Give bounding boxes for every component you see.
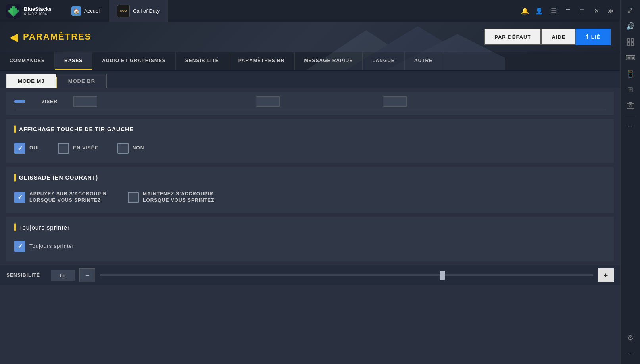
- bluestacks-icon: [6, 4, 21, 18]
- settings-header: ◀ PARAMÈTRES PAR DÉFAUT AIDE f LIÉ: [0, 22, 620, 52]
- sensibilite-minus[interactable]: −: [79, 268, 95, 282]
- settings-label: PARAMÈTRES: [23, 32, 91, 42]
- expand-sidebar-icon[interactable]: ⤢: [623, 3, 638, 17]
- affichage-options: OUI EN VISÉE NON: [14, 140, 606, 157]
- viser-box2: [256, 96, 280, 107]
- sprint-toujours-label: Toujours sprinter: [29, 243, 74, 250]
- tab-messagerapide[interactable]: MESSAGE RAPIDE: [295, 52, 363, 70]
- sidebar-divider: [625, 116, 636, 116]
- glissade-maintenez-checkbox[interactable]: [128, 192, 139, 203]
- collapse-button[interactable]: ≫: [604, 5, 617, 17]
- settings-icon[interactable]: ⚙: [623, 331, 638, 345]
- affichage-label: AFFICHAGE TOUCHE DE TIR GAUCHE: [19, 126, 134, 132]
- bluestacks-version: 4.140.2.1004: [24, 12, 52, 16]
- tab-parametresbr[interactable]: PARAMÈTRES BR: [229, 52, 295, 70]
- title-bar-right: 🔔 👤 ☰ − □ ✕ ≫: [519, 5, 620, 17]
- minimize-button[interactable]: −: [561, 5, 574, 17]
- title-bar-left: BlueStacks 4.140.2.1004 🏠 Accueil COD Ca…: [0, 0, 519, 22]
- sensibilite-track[interactable]: [100, 274, 593, 276]
- sensibilite-row: SENSIBILITÉ 65 − +: [0, 265, 620, 285]
- tab-langue[interactable]: LANGUE: [363, 52, 405, 70]
- viser-row: VISER: [14, 95, 606, 110]
- facebook-icon: f: [586, 33, 588, 40]
- viser-pill: [14, 100, 25, 103]
- notification-button[interactable]: 🔔: [519, 5, 531, 17]
- glissade-maintenez-item[interactable]: MAINTENEZ S'ACCROUPIR LORSQUE VOUS SPRIN…: [128, 191, 222, 203]
- tab-accueil[interactable]: 🏠 Accueil: [63, 0, 109, 22]
- tab-commandes[interactable]: COMMANDES: [0, 52, 55, 70]
- affichage-envise-item[interactable]: EN VISÉE: [58, 143, 98, 154]
- svg-rect-11: [631, 43, 634, 45]
- svg-rect-8: [627, 39, 630, 41]
- account-button[interactable]: 👤: [533, 5, 546, 17]
- app-content: ◀ PARAMÈTRES PAR DÉFAUT AIDE f LIÉ COMMA…: [0, 22, 620, 364]
- affichage-oui-item[interactable]: OUI: [14, 143, 39, 154]
- section-glissade: GLISSADE (EN COURANT) APPUYEZ SUR S'ACCR…: [6, 167, 614, 213]
- svg-rect-14: [629, 102, 632, 103]
- viser-box3: [383, 96, 407, 107]
- sensibilite-label: SENSIBILITÉ: [6, 272, 46, 278]
- callofduty-icon: COD: [117, 5, 130, 17]
- facebook-label: LIÉ: [591, 34, 600, 40]
- affichage-non-item[interactable]: NON: [117, 143, 144, 154]
- affichage-non-checkbox[interactable]: [117, 143, 129, 154]
- menu-button[interactable]: ☰: [547, 5, 560, 17]
- settings-content[interactable]: VISER AFFICHAGE TOUCHE DE TIR GAUCHE: [0, 88, 620, 364]
- viser-label: VISER: [41, 99, 58, 104]
- bluestacks-text: BlueStacks 4.140.2.1004: [24, 6, 52, 16]
- glissade-label: GLISSADE (EN COURANT): [19, 174, 98, 181]
- glissade-maintenez-label: MAINTENEZ S'ACCROUPIR LORSQUE VOUS SPRIN…: [143, 191, 222, 203]
- keyboard-icon[interactable]: ⌨: [623, 51, 638, 65]
- fullscreen-icon[interactable]: [623, 35, 638, 49]
- glissade-appuyez-item[interactable]: APPUYEZ SUR S'ACCROUPIR LORSQUE VOUS SPR…: [14, 191, 109, 203]
- sprint-toujours-item[interactable]: Toujours sprinter: [14, 241, 74, 252]
- close-button[interactable]: ✕: [590, 5, 603, 17]
- sprint-toujours-checkbox[interactable]: [14, 241, 25, 252]
- affichage-envise-checkbox[interactable]: [58, 143, 69, 154]
- affichage-title: AFFICHAGE TOUCHE DE TIR GAUCHE: [14, 125, 606, 133]
- camera-icon[interactable]: [623, 98, 638, 113]
- glissade-bar: [14, 174, 16, 182]
- bluestacks-name: BlueStacks: [24, 6, 52, 12]
- tab-bases[interactable]: BASES: [55, 52, 92, 70]
- sprint-title: Toujours sprinter: [14, 223, 606, 231]
- viser-section: VISER: [6, 92, 614, 115]
- sprint-bar: [14, 223, 16, 231]
- subtab-modebr[interactable]: MODE BR: [57, 74, 107, 88]
- affichage-oui-label: OUI: [29, 145, 39, 151]
- affichage-non-label: NON: [133, 145, 144, 151]
- viser-item[interactable]: [14, 100, 25, 103]
- subtab-modemj[interactable]: MODE MJ: [6, 74, 56, 88]
- sensibilite-plus[interactable]: +: [598, 268, 614, 282]
- back-arrow[interactable]: ◀: [10, 31, 18, 44]
- tab-audio[interactable]: AUDIO ET GRAPHISMES: [92, 52, 175, 70]
- section-affichage: AFFICHAGE TOUCHE DE TIR GAUCHE OUI EN VI…: [6, 119, 614, 163]
- glissade-appuyez-checkbox[interactable]: [14, 192, 25, 203]
- svg-rect-9: [631, 39, 634, 41]
- default-button[interactable]: PAR DÉFAUT: [484, 29, 541, 45]
- header-buttons: PAR DÉFAUT AIDE f LIÉ: [484, 29, 611, 45]
- svg-rect-10: [627, 43, 630, 45]
- glissade-options: APPUYEZ SUR S'ACCROUPIR LORSQUE VOUS SPR…: [14, 188, 606, 207]
- tab-sensibilite[interactable]: SENSIBILITÉ: [176, 52, 229, 70]
- tab-autre[interactable]: AUTRE: [405, 52, 442, 70]
- bluestacks-logo: BlueStacks 4.140.2.1004: [0, 4, 63, 18]
- sub-tabs: MODE MJ MODE BR: [0, 71, 620, 88]
- maximize-button[interactable]: □: [576, 5, 588, 17]
- sensibilite-thumb[interactable]: [440, 271, 445, 280]
- glissade-title: GLISSADE (EN COURANT): [14, 174, 606, 182]
- more-icon[interactable]: ···: [623, 119, 638, 134]
- macro-icon[interactable]: ⊞: [623, 82, 638, 97]
- device-icon[interactable]: 📱: [623, 67, 638, 81]
- sprint-label: Toujours sprinter: [19, 224, 70, 231]
- tab-callofduty[interactable]: COD Call of Duty: [109, 0, 168, 22]
- sprint-options: Toujours sprinter: [14, 238, 606, 255]
- glissade-appuyez-label: APPUYEZ SUR S'ACCROUPIR LORSQUE VOUS SPR…: [29, 191, 109, 203]
- facebook-button[interactable]: f LIÉ: [576, 29, 611, 45]
- main-tabs: COMMANDES BASES AUDIO ET GRAPHISMES SENS…: [0, 52, 620, 71]
- title-bar: BlueStacks 4.140.2.1004 🏠 Accueil COD Ca…: [0, 0, 620, 22]
- volume-icon[interactable]: 🔊: [623, 19, 638, 33]
- affichage-oui-checkbox[interactable]: [14, 143, 25, 154]
- help-button[interactable]: AIDE: [541, 29, 576, 45]
- back-icon[interactable]: ←: [623, 347, 638, 361]
